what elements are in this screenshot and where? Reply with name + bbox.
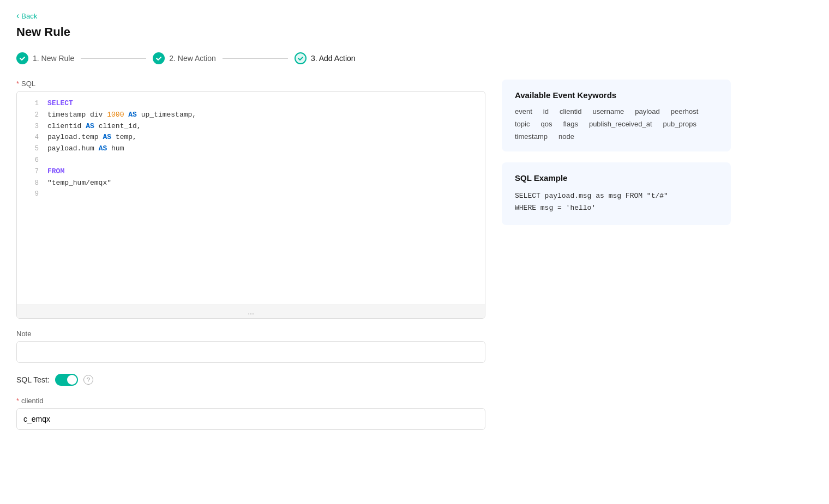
- sql-line-1: 1 SELECT: [17, 98, 485, 110]
- step-3-icon: [295, 52, 307, 64]
- sql-line-9: 9: [17, 189, 485, 200]
- sql-line-3: 3 clientid AS client_id,: [17, 121, 485, 132]
- step-3-label: 3. Add Action: [311, 54, 356, 63]
- right-panel: Available Event Keywords event id client…: [502, 80, 731, 225]
- sql-example-box: SQL Example SELECT payload.msg as msg FR…: [502, 162, 731, 225]
- keyword-id: id: [543, 107, 549, 116]
- step-2-icon: [153, 52, 165, 64]
- sql-line-7: 7 FROM: [17, 166, 485, 178]
- keyword-username: username: [592, 107, 624, 116]
- clientid-input[interactable]: [16, 408, 485, 430]
- sql-line-8: 8 "temp_hum/emqx": [17, 178, 485, 189]
- note-section: Note: [16, 330, 485, 363]
- sql-line-4: 4 payload.temp AS temp,: [17, 132, 485, 143]
- back-link[interactable]: Back: [16, 11, 37, 21]
- clientid-section: *clientid: [16, 397, 485, 430]
- keywords-box: Available Event Keywords event id client…: [502, 80, 731, 151]
- sql-line-6: 6: [17, 155, 485, 166]
- sql-example-line1: SELECT payload.msg as msg FROM "t/#": [515, 190, 718, 202]
- keyword-peerhost: peerhost: [671, 107, 699, 116]
- sql-editor[interactable]: 1 SELECT 2 timestamp div 1000 AS up_time…: [17, 92, 485, 305]
- keyword-publish-received-at: publish_received_at: [589, 120, 652, 128]
- step-line-1: [81, 58, 146, 59]
- sql-line-2: 2 timestamp div 1000 AS up_timestamp,: [17, 110, 485, 121]
- toggle-slider: [55, 374, 78, 386]
- sql-line-5: 5 payload.hum AS hum: [17, 143, 485, 155]
- stepper: 1. New Rule 2. New Action 3. Add Action: [16, 52, 813, 64]
- step-3: 3. Add Action: [295, 52, 356, 64]
- sql-test-toggle[interactable]: [55, 374, 78, 386]
- keywords-title: Available Event Keywords: [515, 90, 718, 100]
- sql-required-star: *: [16, 80, 19, 88]
- sql-editor-container[interactable]: 1 SELECT 2 timestamp div 1000 AS up_time…: [16, 91, 485, 319]
- main-layout: *SQL 1 SELECT 2 timestamp div 1000 AS up…: [16, 80, 813, 430]
- sql-field-label: *SQL: [16, 80, 485, 88]
- sql-test-label: SQL Test:: [16, 375, 50, 384]
- keyword-payload: payload: [635, 107, 660, 116]
- editor-resize-handle[interactable]: ...: [17, 305, 485, 318]
- step-2: 2. New Action: [153, 52, 216, 64]
- keyword-qos: qos: [540, 120, 552, 128]
- keyword-pub-props: pub_props: [663, 120, 696, 128]
- clientid-required-star: *: [16, 397, 19, 405]
- step-1-label: 1. New Rule: [33, 54, 74, 63]
- help-icon[interactable]: ?: [83, 375, 93, 385]
- keyword-node: node: [558, 132, 574, 141]
- keyword-event: event: [515, 107, 532, 116]
- keywords-grid: event id clientid username payload peerh…: [515, 107, 718, 141]
- page-title: New Rule: [16, 25, 813, 39]
- sql-test-row: SQL Test: ?: [16, 374, 485, 386]
- step-1: 1. New Rule: [16, 52, 74, 64]
- keyword-flags: flags: [563, 120, 578, 128]
- sql-example-title: SQL Example: [515, 173, 718, 183]
- sql-example-code: SELECT payload.msg as msg FROM "t/#" WHE…: [515, 190, 718, 214]
- left-panel: *SQL 1 SELECT 2 timestamp div 1000 AS up…: [16, 80, 485, 430]
- sql-field-wrapper: *SQL 1 SELECT 2 timestamp div 1000 AS up…: [16, 80, 485, 319]
- note-input[interactable]: [16, 341, 485, 363]
- note-label: Note: [16, 330, 485, 338]
- keyword-timestamp: timestamp: [515, 132, 548, 141]
- keyword-clientid: clientid: [560, 107, 581, 116]
- step-1-icon: [16, 52, 28, 64]
- sql-example-line2: WHERE msg = 'hello': [515, 202, 718, 214]
- step-2-label: 2. New Action: [169, 54, 216, 63]
- keyword-topic: topic: [515, 120, 530, 128]
- clientid-label: *clientid: [16, 397, 485, 405]
- step-line-2: [223, 58, 288, 59]
